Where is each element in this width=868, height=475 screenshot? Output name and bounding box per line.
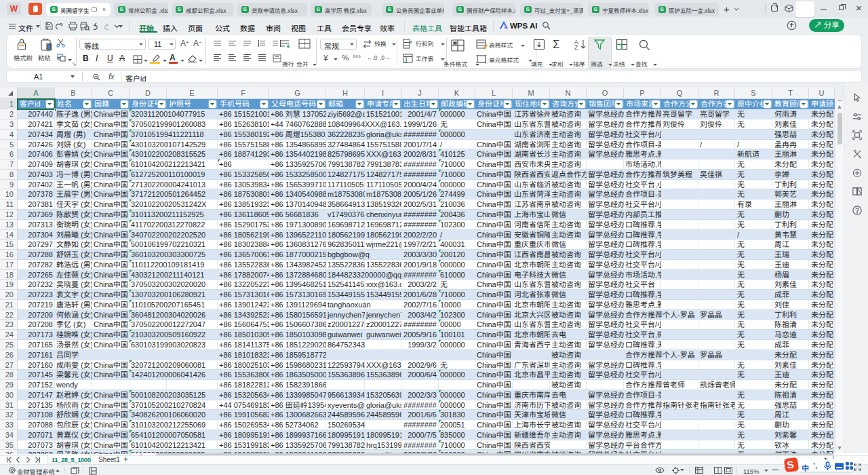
svg-text:Z: Z [574,44,578,50]
